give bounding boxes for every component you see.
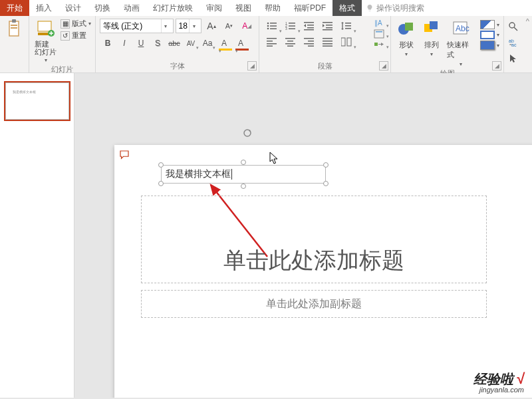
- comment-icon[interactable]: [118, 149, 130, 164]
- columns-button[interactable]: [338, 35, 355, 49]
- char-spacing-button[interactable]: AV: [183, 36, 199, 51]
- shape-outline-button[interactable]: ▾: [480, 31, 499, 39]
- svg-rect-39: [304, 38, 314, 39]
- font-size-select[interactable]: 18▾: [176, 19, 202, 33]
- title-placeholder[interactable]: 单击此处添加标题: [141, 196, 487, 283]
- align-center-button[interactable]: [282, 35, 299, 49]
- resize-handle[interactable]: [323, 181, 329, 186]
- shape-effects-button[interactable]: ▾: [480, 41, 499, 50]
- rotate-handle[interactable]: [242, 128, 253, 141]
- decrease-indent-button[interactable]: [301, 19, 318, 33]
- svg-rect-44: [323, 41, 332, 42]
- slide-thumbnail-1[interactable]: 我是横排文本框: [5, 82, 69, 120]
- align-right-button[interactable]: [301, 35, 318, 49]
- group-paragraph: 123 ∥A 段落 ◢: [259, 16, 391, 72]
- svg-rect-28: [345, 23, 351, 24]
- tab-animations[interactable]: 动画: [117, 0, 146, 16]
- reset-button[interactable]: ↺重置: [61, 31, 91, 41]
- clear-format-button[interactable]: A◢: [239, 19, 255, 33]
- slide-thumbnail-pane[interactable]: 我是横排文本框: [0, 73, 74, 398]
- svg-rect-16: [289, 25, 295, 27]
- tab-transitions[interactable]: 切换: [88, 0, 117, 16]
- font-color-button[interactable]: A: [233, 36, 249, 51]
- shrink-font-button[interactable]: A▾: [221, 19, 237, 33]
- tab-insert[interactable]: 插入: [29, 0, 59, 16]
- find-button[interactable]: [508, 21, 524, 33]
- paragraph-dialog-launcher[interactable]: ◢: [379, 61, 388, 70]
- replace-button[interactable]: abac: [508, 37, 524, 49]
- tab-foxit[interactable]: 福昕PDF: [287, 0, 332, 16]
- svg-rect-36: [287, 41, 293, 42]
- strike-button[interactable]: abc: [166, 36, 182, 51]
- ribbon: 新建 幻灯片 ▾ ▦版式▾ ↺重置 幻灯片 等线 (正文)▾ 18▾ A▴ A▾…: [0, 16, 532, 73]
- new-slide-button[interactable]: 新建 幻灯片 ▾: [33, 19, 58, 63]
- paste-button[interactable]: [4, 19, 25, 39]
- arrange-button[interactable]: 排列▾: [420, 19, 443, 67]
- highlight-button[interactable]: A: [216, 36, 232, 51]
- shapes-button[interactable]: 形状▾: [395, 19, 418, 67]
- replace-icon: abac: [508, 37, 519, 48]
- underline-button[interactable]: U: [133, 36, 149, 51]
- resize-handle[interactable]: [241, 160, 246, 165]
- svg-rect-52: [374, 43, 378, 46]
- resize-handle[interactable]: [323, 162, 329, 168]
- check-icon: √: [516, 372, 524, 386]
- collapse-ribbon-button[interactable]: ^: [526, 17, 529, 25]
- bullets-button[interactable]: [263, 19, 281, 33]
- svg-rect-18: [289, 29, 295, 30]
- svg-rect-2: [11, 25, 17, 26]
- quick-styles-icon: Abc: [451, 19, 471, 39]
- text-direction-button[interactable]: ∥A: [370, 19, 388, 28]
- tab-design[interactable]: 设计: [59, 0, 88, 16]
- horizontal-textbox[interactable]: 我是横排文本框: [161, 165, 326, 184]
- tell-me-search[interactable]: 操作说明搜索: [366, 0, 424, 16]
- resize-handle[interactable]: [241, 184, 246, 189]
- subtitle-placeholder[interactable]: 单击此处添加副标题: [141, 290, 487, 318]
- select-button[interactable]: [508, 53, 524, 65]
- increase-indent-button[interactable]: [319, 19, 336, 33]
- group-editing: abac: [504, 16, 528, 72]
- resize-handle[interactable]: [158, 181, 164, 186]
- shape-fill-button[interactable]: ▾: [480, 20, 499, 29]
- quick-styles-button[interactable]: Abc 快速样式▾: [446, 19, 476, 67]
- ribbon-tabs: 开始 插入 设计 切换 动画 幻灯片放映 审阅 视图 帮助 福昕PDF 格式 操…: [0, 0, 532, 16]
- numbering-button[interactable]: 123: [282, 19, 299, 33]
- layout-button[interactable]: ▦版式▾: [61, 19, 91, 29]
- font-dialog-launcher[interactable]: ◢: [247, 61, 257, 70]
- svg-rect-50: [374, 30, 384, 38]
- svg-rect-8: [270, 23, 277, 24]
- font-name-select[interactable]: 等线 (正文)▾: [100, 19, 174, 33]
- svg-rect-22: [304, 29, 314, 31]
- shapes-icon: [396, 19, 416, 39]
- align-left-button[interactable]: [263, 35, 281, 49]
- resize-handle[interactable]: [158, 162, 164, 168]
- tab-review[interactable]: 审阅: [200, 0, 229, 16]
- tab-slideshow[interactable]: 幻灯片放映: [146, 0, 200, 16]
- line-spacing-button[interactable]: [338, 19, 355, 33]
- italic-button[interactable]: I: [116, 36, 132, 51]
- watermark: 经验啦√ jingyanla.com: [473, 372, 524, 394]
- shadow-button[interactable]: S: [150, 36, 166, 51]
- svg-rect-34: [267, 46, 273, 47]
- slide[interactable]: 我是横排文本框 单击此处添加标题 单击此处添加副标题: [114, 145, 532, 398]
- drawing-dialog-launcher[interactable]: ◢: [492, 61, 501, 70]
- align-text-button[interactable]: [370, 29, 388, 39]
- justify-button[interactable]: [319, 35, 336, 49]
- group-label-font: 字体: [100, 60, 255, 71]
- tab-view[interactable]: 视图: [229, 0, 258, 16]
- bold-button[interactable]: B: [100, 36, 116, 51]
- change-case-button[interactable]: Aa: [200, 36, 215, 51]
- thumbnail-preview: 我是横排文本框: [13, 90, 36, 94]
- svg-rect-12: [270, 29, 277, 30]
- grow-font-button[interactable]: A▴: [203, 19, 219, 33]
- smartart-button[interactable]: [370, 40, 388, 49]
- tab-home[interactable]: 开始: [0, 0, 29, 16]
- tab-help[interactable]: 帮助: [258, 0, 287, 16]
- slide-canvas-area[interactable]: 我是横排文本框 单击此处添加标题 单击此处添加副标题: [74, 73, 532, 398]
- watermark-en: jingyanla.com: [473, 386, 524, 394]
- arrange-icon: [422, 19, 442, 39]
- tell-me-label: 操作说明搜索: [376, 3, 424, 14]
- text-cursor: [231, 169, 232, 180]
- tab-format[interactable]: 格式: [332, 0, 362, 16]
- group-drawing: 形状▾ 排列▾ Abc 快速样式▾ ▾ ▾ ▾ 绘图 ◢: [391, 16, 504, 72]
